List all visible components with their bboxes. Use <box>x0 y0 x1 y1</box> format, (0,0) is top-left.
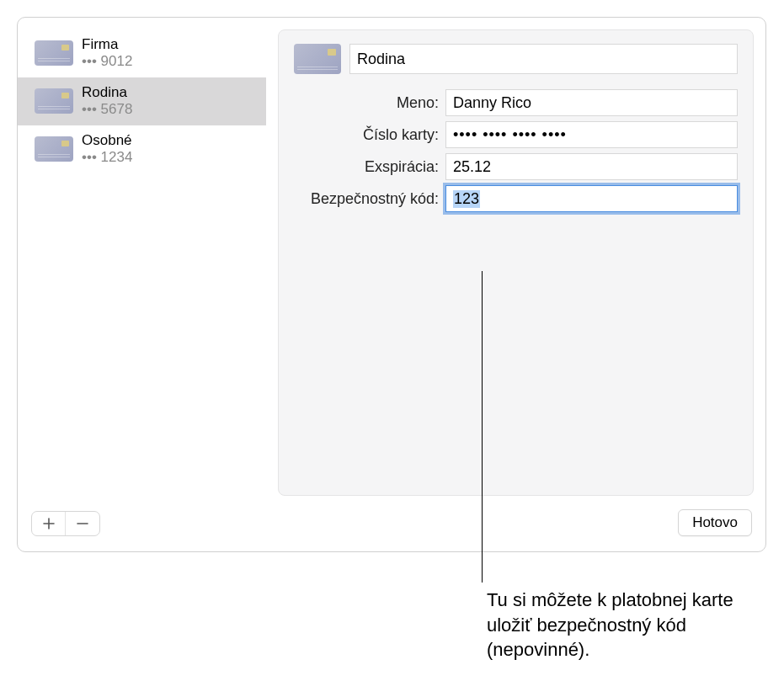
credit-card-icon <box>294 44 341 74</box>
add-remove-control <box>31 511 100 536</box>
card-number-field[interactable] <box>445 121 738 148</box>
minus-icon <box>76 517 89 530</box>
card-item-sub: ••• 1234 <box>82 149 132 166</box>
card-list-item-firma[interactable]: Firma ••• 9012 <box>18 29 266 77</box>
security-code-label: Bezpečnostný kód: <box>294 190 445 208</box>
card-fields: Meno: Číslo karty: Exspirácia: Bezpečnos… <box>294 89 738 212</box>
card-list-text: Firma ••• 9012 <box>82 36 132 71</box>
card-list-item-rodina[interactable]: Rodina ••• 5678 <box>18 77 266 125</box>
name-label: Meno: <box>294 94 445 112</box>
card-detail-panel: Meno: Číslo karty: Exspirácia: Bezpečnos… <box>278 29 754 496</box>
autofill-cards-window: Firma ••• 9012 Rodina ••• 5678 Osobné <box>17 17 766 552</box>
window-content: Firma ••• 9012 Rodina ••• 5678 Osobné <box>18 18 765 496</box>
card-item-sub: ••• 9012 <box>82 53 132 70</box>
credit-card-icon <box>35 136 73 162</box>
card-detail-header <box>294 44 738 74</box>
cards-sidebar: Firma ••• 9012 Rodina ••• 5678 Osobné <box>18 29 266 496</box>
callout-leader-line <box>482 271 483 583</box>
security-code-field[interactable]: 123 <box>445 185 738 212</box>
add-card-button[interactable] <box>32 512 66 535</box>
cards-list: Firma ••• 9012 Rodina ••• 5678 Osobné <box>18 29 266 496</box>
done-button[interactable]: Hotovo <box>678 509 752 536</box>
card-list-text: Osobné ••• 1234 <box>82 132 132 167</box>
card-item-title: Rodina <box>82 84 132 101</box>
card-description-field[interactable] <box>349 44 738 74</box>
card-item-sub: ••• 5678 <box>82 101 132 118</box>
callout-text: Tu si môžete k platobnej karte uložiť be… <box>487 588 756 662</box>
card-number-label: Číslo karty: <box>294 126 445 144</box>
card-list-item-osobne[interactable]: Osobné ••• 1234 <box>18 125 266 173</box>
remove-card-button[interactable] <box>66 512 99 535</box>
security-code-value: 123 <box>453 190 480 208</box>
bottom-bar: Hotovo <box>18 496 765 551</box>
card-item-title: Osobné <box>82 132 132 149</box>
expiry-label: Exspirácia: <box>294 158 445 176</box>
name-field[interactable] <box>445 89 738 116</box>
card-item-title: Firma <box>82 36 132 53</box>
credit-card-icon <box>35 40 73 66</box>
credit-card-icon <box>35 88 73 114</box>
expiry-field[interactable] <box>445 153 738 180</box>
card-list-text: Rodina ••• 5678 <box>82 84 132 119</box>
plus-icon <box>42 517 56 530</box>
